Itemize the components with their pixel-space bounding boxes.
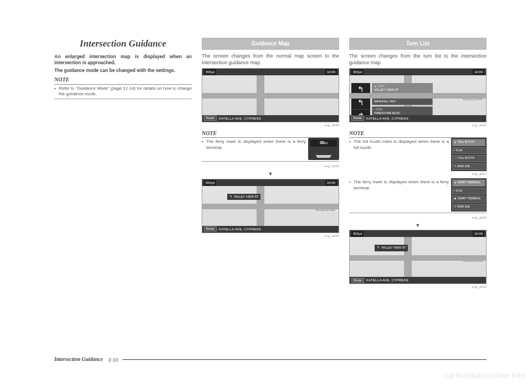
distance-badge: 350yd bbox=[204, 180, 216, 185]
note-divider bbox=[54, 99, 192, 99]
current-street: KATELLA AVE, CYPRESS bbox=[219, 116, 261, 121]
screenshot-intersection-map: 350yd 10:00 ↰ VALLEY VIEW ST KATELLA AVE… bbox=[349, 230, 487, 284]
column-1: Intersection Guidance An enlarged inters… bbox=[54, 38, 192, 292]
note-text: The ferry mark is displayed when there i… bbox=[354, 179, 449, 191]
route-button[interactable]: Route bbox=[204, 116, 217, 121]
screenshot-bottombar: Route KATELLA AVE, CYPRESS bbox=[350, 115, 486, 122]
figure-caption: eng_a638 bbox=[202, 123, 339, 127]
mini-list-item: ⛴FERRY TERMINAL bbox=[452, 195, 485, 202]
mini-list-item: ▲TOLL BOOTH bbox=[452, 139, 485, 146]
subheading-guidance-map: Guidance Map bbox=[202, 38, 339, 50]
distance-badge: 350yd bbox=[351, 231, 364, 236]
note-text: The ferry mark is displayed when there i… bbox=[206, 139, 306, 151]
map-body: ↰ VALLEY VIEW ST KATELLA AVE bbox=[202, 186, 339, 226]
route-button[interactable]: Route bbox=[204, 226, 217, 231]
note-text: Refer to "Guidance Mode" (page 11-14) fo… bbox=[59, 86, 192, 97]
down-arrow-icon: ▼ bbox=[349, 222, 487, 229]
footer-section-title: Intersection Guidance bbox=[54, 356, 103, 363]
watermark: carmanualsonline.info bbox=[444, 370, 525, 381]
figure-caption: eng_a207 bbox=[349, 172, 487, 176]
columns: Intersection Guidance An enlarged inters… bbox=[54, 38, 487, 292]
map-body: KATELLA AVE bbox=[202, 75, 339, 115]
clock: 10:00 bbox=[325, 180, 337, 185]
screenshot-bottombar: Route KATELLA AVE, CYPRESS bbox=[202, 115, 339, 122]
screenshot-topbar: 350yd 10:00 bbox=[202, 179, 339, 186]
ferry-mark-icon: 30yd bbox=[308, 138, 339, 160]
intro-text: The screen changes from the normal map s… bbox=[202, 53, 339, 66]
route-button[interactable]: Route bbox=[351, 278, 364, 283]
turn-distance: • 7.9mi bbox=[374, 96, 396, 100]
figure-caption: eng_a640 bbox=[349, 123, 487, 127]
screenshot-topbar: 350yd 10:00 bbox=[350, 230, 486, 237]
current-street: KATELLA AVE, CYPRESS bbox=[366, 116, 408, 121]
manual-page: Intersection Guidance An enlarged inters… bbox=[54, 38, 487, 292]
mini-list-item: •0.1mi bbox=[452, 147, 485, 154]
figure-caption: eng_a639 bbox=[349, 285, 487, 289]
screenshot-bottombar: Route KATELLA AVE, CYPRESS bbox=[350, 277, 486, 283]
street-label-katella: KATELLA AVE bbox=[463, 259, 483, 263]
street-label-katella: KATELLA AVE bbox=[463, 97, 483, 101]
figure-caption: eng_a030 bbox=[202, 164, 339, 168]
turn-distance: ▲ 0.2mi bbox=[374, 84, 398, 88]
turn-list-item[interactable]: • 7.9mi IMPERIAL HWY bbox=[372, 95, 433, 105]
turn-arrow-icon: ↰ bbox=[377, 246, 380, 250]
footer-rule bbox=[122, 359, 487, 360]
clock: 10:00 bbox=[473, 69, 484, 75]
distance-badge: 350yd bbox=[204, 69, 216, 75]
column-3: Turn List The screen changes from the tu… bbox=[349, 38, 487, 292]
next-street-popup: ↰ VALLEY VIEW ST bbox=[227, 194, 260, 200]
turn-arrow-icon: ↰ bbox=[229, 195, 232, 199]
tollbooth-mark-icon: ▲TOLL BOOTH •0.1mi ⬚TOLL BOOTH ↰PARK AVE bbox=[451, 138, 487, 171]
intro-text: The screen changes from the turn list to… bbox=[349, 53, 487, 66]
current-street: KATELLA AVE, CYPRESS bbox=[366, 278, 408, 282]
footer-page-number: 2-10 bbox=[108, 357, 118, 363]
screenshot-normal-map: 350yd 10:00 KATELLA AVE Route KATELLA AV… bbox=[202, 68, 339, 122]
column-2: Guidance Map The screen changes from the… bbox=[202, 38, 339, 292]
ship-icon bbox=[314, 148, 334, 158]
turn-distance: • 3.5mi bbox=[374, 107, 400, 111]
note-heading: NOTE bbox=[349, 130, 487, 138]
map-body: ↰ VALLEY VIEW ST KATELLA AVE bbox=[350, 237, 486, 277]
turn-left-icon: ↰ bbox=[351, 83, 370, 96]
turn-list-panel: ▲ 0.2mi VALLEY VIEW ST • 7.9mi IMPERIAL … bbox=[372, 83, 433, 117]
mini-list-item: ↰PARK AVE bbox=[452, 204, 485, 210]
note-item: • The ferry mark is displayed when there… bbox=[202, 138, 339, 160]
ferry-mark-list-icon: ▲FERRY TERMINAL •0.1mi ⛴FERRY TERMINAL ↰… bbox=[451, 178, 487, 212]
note-heading: NOTE bbox=[54, 76, 192, 85]
screenshot-topbar: 350yd 10:00 bbox=[202, 69, 339, 75]
turn-left-icon: ↰ bbox=[351, 96, 370, 110]
clock: 10:00 bbox=[473, 231, 484, 236]
lead-paragraph-1: An enlarged intersection map is displaye… bbox=[54, 54, 192, 66]
street-label-katella: KATELLA AVE bbox=[316, 95, 335, 99]
down-arrow-icon: ▼ bbox=[202, 171, 339, 177]
note-divider bbox=[349, 213, 487, 213]
note-item: • The toll booth mark is displayed when … bbox=[349, 138, 487, 171]
clock: 10:00 bbox=[325, 69, 337, 75]
screenshot-turn-list: 350yd 10:00 ↰ ↰ ↱ ▲ 0.2mi VALLEY VIEW ST bbox=[349, 68, 487, 122]
subheading-turn-list: Turn List bbox=[349, 38, 487, 50]
screenshot-bottombar: Route KATELLA AVE, CYPRESS bbox=[202, 226, 339, 233]
screenshot-topbar: 350yd 10:00 bbox=[350, 69, 486, 75]
mini-list-item: ↰PARK AVE bbox=[452, 163, 485, 170]
bullet-icon: • bbox=[202, 139, 206, 151]
mini-list-item: ▲FERRY TERMINAL bbox=[452, 179, 485, 186]
figure-caption: eng_a029 bbox=[349, 215, 487, 220]
figure-caption: eng_a639 bbox=[202, 234, 339, 238]
street-label-katella: KATELLA AVE bbox=[316, 208, 335, 212]
note-item: • The ferry mark is displayed when there… bbox=[349, 178, 487, 212]
current-street: KATELLA AVE, CYPRESS bbox=[219, 227, 261, 231]
page-footer: Intersection Guidance 2-10 bbox=[54, 356, 487, 363]
mini-list-item: ⬚TOLL BOOTH bbox=[452, 155, 485, 162]
route-button[interactable]: Route bbox=[351, 116, 364, 121]
turn-list-item[interactable]: ▲ 0.2mi VALLEY VIEW ST bbox=[372, 83, 433, 94]
map-body: ↰ ↰ ↱ ▲ 0.2mi VALLEY VIEW ST bbox=[350, 75, 486, 115]
mini-list-item: •0.1mi bbox=[452, 188, 485, 194]
distance-badge: 350yd bbox=[351, 69, 364, 75]
lead-paragraph-2: The guidance mode can be changed with th… bbox=[54, 68, 192, 74]
note-heading: NOTE bbox=[202, 130, 339, 138]
note-item: • Refer to "Guidance Mode" (page 11-14) … bbox=[54, 86, 192, 97]
bullet-icon: • bbox=[54, 86, 59, 97]
turn-street: VALLEY VIEW ST bbox=[374, 88, 398, 92]
bullet-icon: • bbox=[349, 179, 354, 191]
screenshot-intersection-map: 350yd 10:00 ↰ VALLEY VIEW ST KATELLA AVE… bbox=[202, 179, 339, 233]
